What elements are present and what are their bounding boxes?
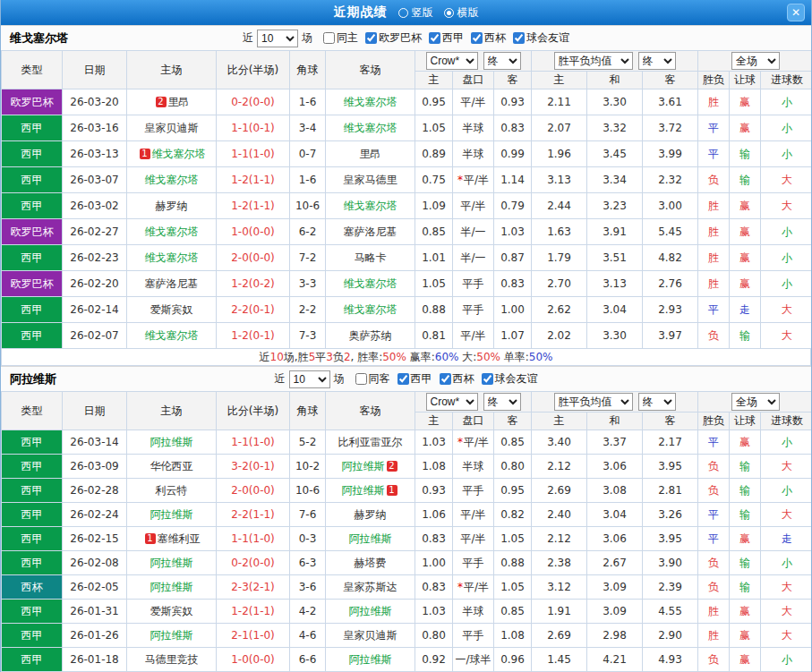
team-name: 阿拉维斯 — [342, 460, 385, 472]
score-cell: 0-2(0-0) — [217, 89, 290, 115]
avg-odds-select[interactable]: 胜平负均值 — [554, 52, 633, 70]
away-handicap-odds-cell: 0.93 — [494, 89, 532, 115]
team-name: 阿拉维斯 — [342, 484, 385, 497]
final-odds-select-2[interactable]: 终 — [638, 393, 676, 411]
handicap-cell: 平手 — [453, 551, 494, 575]
odds-company-select[interactable]: Crow* — [426, 393, 478, 411]
view-mode-radio[interactable]: 竖版 — [398, 5, 433, 21]
handicap-cell: 半球 — [453, 600, 494, 624]
result-wdl-cell: 胜 — [698, 219, 730, 245]
final-odds-select[interactable]: 终 — [483, 52, 521, 70]
home-handicap-odds-cell: 0.83 — [415, 575, 453, 600]
score-cell: 1-2(1-1) — [217, 193, 290, 219]
checkbox-input[interactable] — [397, 373, 409, 385]
league-type-cell: 西杯 — [2, 575, 63, 600]
close-button[interactable]: ✕ — [787, 4, 805, 21]
filter-checkbox[interactable]: 同主 — [323, 30, 358, 46]
league-type-cell: 西甲 — [2, 323, 63, 349]
home-handicap-odds-cell: 1.03 — [415, 430, 453, 455]
team-section-2: 阿拉维斯 近 10 场 同客西甲西杯球会友谊 类型 日期 主场 比分(半场) — [1, 366, 811, 672]
scope-header: 全场 — [698, 51, 812, 72]
final-odds-select[interactable]: 终 — [483, 393, 521, 411]
corner-score-cell: 2-2 — [290, 297, 326, 323]
home-handicap-odds-cell: 1.05 — [415, 271, 453, 297]
avg-away-odds-cell: 2.81 — [643, 479, 698, 503]
filter-checkbox[interactable]: 球会友谊 — [513, 30, 569, 46]
team-name: 阿拉维斯 — [150, 436, 193, 448]
home-team-cell: 维戈塞尔塔 — [127, 245, 217, 271]
score-cell: 2-2(1-1) — [217, 503, 290, 527]
filter-checkbox[interactable]: 球会友谊 — [482, 371, 538, 387]
subcol-wdl: 胜负 — [698, 72, 730, 89]
corner-score-cell: 6-6 — [290, 648, 326, 672]
home-handicap-odds-cell: 0.93 — [415, 479, 453, 503]
handicap-cell: 平/半 — [453, 89, 494, 115]
match-scope-select[interactable]: 全场 — [731, 52, 780, 70]
result-goals-cell: 大 — [761, 193, 812, 219]
home-team-cell: 爱斯宾奴 — [127, 600, 217, 624]
summary-segment: , 胜率: — [351, 351, 383, 363]
odds-company-header: Crow* 终 — [415, 392, 532, 413]
away-handicap-odds-cell: 0.99 — [494, 141, 532, 167]
filter-checkbox[interactable]: 西甲 — [397, 371, 432, 387]
avg-home-odds-cell: 2.69 — [532, 624, 587, 648]
summary-segment: 10 — [270, 351, 284, 363]
result-wdl-cell: 胜 — [698, 600, 730, 624]
subcol-away-odds: 客 — [494, 72, 532, 89]
checkbox-input[interactable] — [323, 32, 335, 44]
match-count-select[interactable]: 10 — [257, 30, 298, 47]
team-name: 爱斯宾奴 — [150, 605, 193, 617]
filter-checkbox[interactable]: 同客 — [355, 371, 390, 387]
corner-score-cell: 4-2 — [290, 600, 326, 624]
checkbox-input[interactable] — [365, 32, 377, 44]
away-handicap-odds-cell: 1.00 — [494, 297, 532, 323]
corner-score-cell: 3-4 — [290, 115, 326, 141]
final-odds-select-2[interactable]: 终 — [638, 52, 676, 70]
result-wdl-cell: 胜 — [698, 624, 730, 648]
avg-home-odds-cell: 3.13 — [532, 167, 587, 193]
checkbox-input[interactable] — [471, 32, 483, 44]
filter-checkbox[interactable]: 欧罗巴杯 — [365, 30, 422, 46]
checkbox-input[interactable] — [355, 373, 367, 385]
away-team-cell: 奥萨苏纳 — [326, 323, 415, 349]
filter-checkbox[interactable]: 西甲 — [429, 30, 464, 46]
team-name: 阿拉维斯 — [349, 605, 392, 617]
result-wdl-cell: 负 — [698, 455, 730, 479]
avg-away-odds-cell: 2.17 — [643, 430, 698, 455]
avg-home-odds-cell: 2.02 — [532, 323, 587, 349]
summary-segment: 3 — [326, 351, 333, 363]
col-away: 客场 — [326, 392, 415, 430]
result-goals-cell: 小 — [761, 219, 812, 245]
checkbox-input[interactable] — [482, 373, 493, 385]
avg-draw-odds-cell: 3.08 — [587, 479, 643, 503]
match-count-select[interactable]: 10 — [289, 370, 330, 388]
view-mode-radio[interactable]: 横版 — [444, 5, 479, 21]
away-team-cell: 阿拉维斯 — [326, 600, 415, 624]
result-wdl-cell: 平 — [698, 527, 730, 551]
home-team-cell: 阿拉维斯 — [127, 430, 217, 455]
team-name: 塞维利亚 — [158, 532, 201, 545]
avg-home-odds-cell: 2.40 — [532, 503, 587, 527]
result-goals-cell: 小 — [761, 551, 812, 575]
match-scope-select[interactable]: 全场 — [731, 393, 780, 411]
avg-home-odds-cell: 1.79 — [532, 245, 587, 271]
filter-checkbox[interactable]: 西杯 — [440, 371, 474, 387]
avg-draw-odds-cell: 3.13 — [587, 271, 643, 297]
team-name: 爱斯宾奴 — [150, 303, 193, 316]
avg-home-odds-cell: 2.44 — [532, 193, 587, 219]
avg-odds-select[interactable]: 胜平负均值 — [554, 393, 633, 411]
result-handicap-cell: 赢 — [730, 624, 761, 648]
away-team-cell: 皇家苏斯达 — [326, 575, 415, 600]
col-type: 类型 — [2, 51, 63, 89]
checkbox-input[interactable] — [429, 32, 440, 44]
subcol-avg-draw: 和 — [587, 413, 643, 430]
checkbox-input[interactable] — [440, 373, 451, 385]
league-type-cell: 西甲 — [2, 245, 63, 271]
avg-away-odds-cell: 2.32 — [643, 167, 698, 193]
result-handicap-cell: 输 — [730, 479, 761, 503]
match-date-cell: 26-02-14 — [63, 297, 127, 323]
checkbox-input[interactable] — [513, 32, 525, 44]
filter-checkbox[interactable]: 西杯 — [471, 30, 506, 46]
odds-company-select[interactable]: Crow* — [426, 52, 478, 70]
away-handicap-odds-cell: 0.80 — [494, 455, 532, 479]
